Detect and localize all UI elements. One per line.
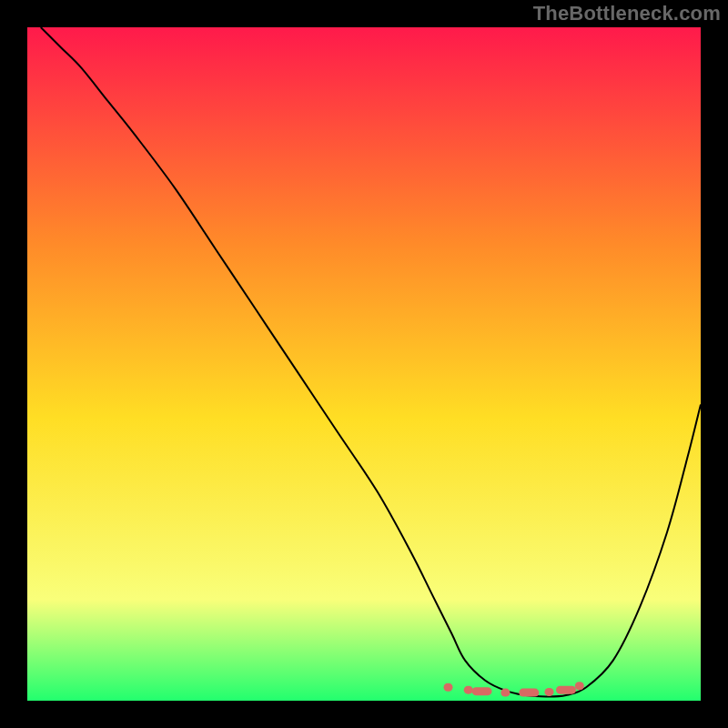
optimal-marker [575,682,584,690]
plot-area [27,27,701,701]
optimal-marker [464,686,473,694]
optimal-marker [444,683,453,692]
optimal-marker [545,688,554,696]
chart-frame: TheBottleneck.com [0,0,728,728]
bottleneck-curve [41,27,701,697]
optimal-marker [472,687,492,695]
optimal-marker [519,689,539,697]
optimal-marker [556,686,576,694]
watermark-label: TheBottleneck.com [533,2,721,25]
optimal-band-markers [444,682,584,696]
optimal-marker [500,689,510,697]
plot-svg-layer [27,27,701,701]
